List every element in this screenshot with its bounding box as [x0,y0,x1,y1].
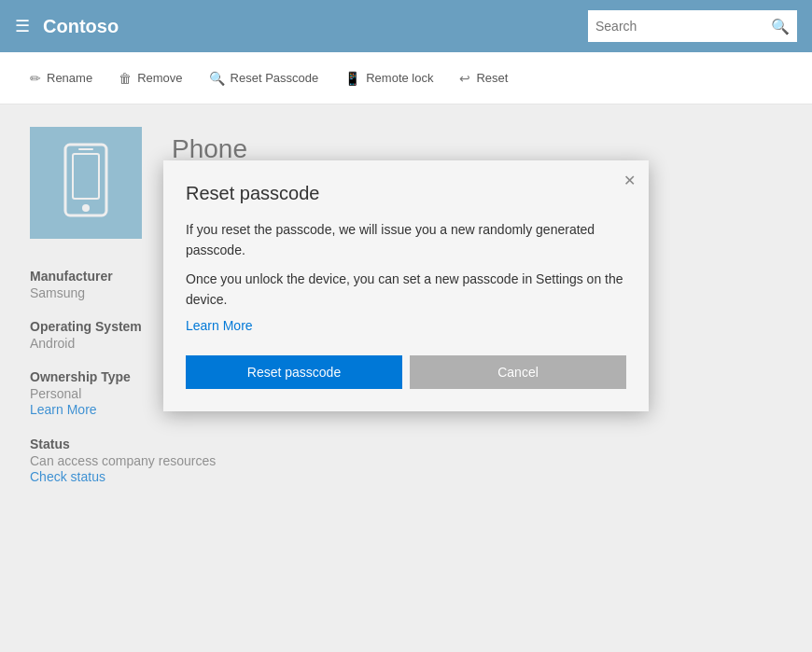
reset-passcode-modal: ✕ Reset passcode If you reset the passco… [163,160,649,411]
reset-icon: ↩ [459,71,470,86]
reset-passcode-label: Reset Passcode [231,71,319,85]
app-title: Contoso [43,16,588,37]
reset-passcode-button[interactable]: 🔍 Reset Passcode [198,63,330,93]
modal-body2: Once you unlock the device, you can set … [186,269,626,311]
modal-close-button[interactable]: ✕ [623,172,636,189]
modal-body1: If you reset the passcode, we will issue… [186,219,626,261]
remote-lock-button[interactable]: 📱 Remote lock [333,63,444,93]
header: ☰ Contoso 🔍 [0,0,812,52]
reset-button[interactable]: ↩ Reset [448,63,519,93]
remove-button[interactable]: 🗑 Remove [107,63,193,93]
modal-reset-passcode-button[interactable]: Reset passcode [186,355,402,389]
modal-title: Reset passcode [186,183,626,204]
menu-icon[interactable]: ☰ [15,16,30,36]
modal-overlay: ✕ Reset passcode If you reset the passco… [0,104,812,652]
modal-learn-more-link[interactable]: Learn More [186,318,626,333]
remove-icon: 🗑 [119,71,132,86]
search-input[interactable] [595,19,771,34]
modal-cancel-button[interactable]: Cancel [410,355,626,389]
search-box: 🔍 [588,10,797,42]
reset-passcode-icon: 🔍 [209,71,225,86]
rename-icon: ✏ [30,71,41,86]
main-content: Phone Samsung - Galaxy 9 Manufacturer Sa… [0,104,812,652]
toolbar: ✏ Rename 🗑 Remove 🔍 Reset Passcode 📱 Rem… [0,52,812,104]
modal-buttons: Reset passcode Cancel [186,355,626,389]
search-icon: 🔍 [771,18,790,35]
rename-button[interactable]: ✏ Rename [19,63,104,93]
rename-label: Rename [47,71,92,85]
reset-label: Reset [476,71,508,85]
remote-lock-label: Remote lock [366,71,433,85]
remote-lock-icon: 📱 [344,71,360,86]
remove-label: Remove [137,71,182,85]
